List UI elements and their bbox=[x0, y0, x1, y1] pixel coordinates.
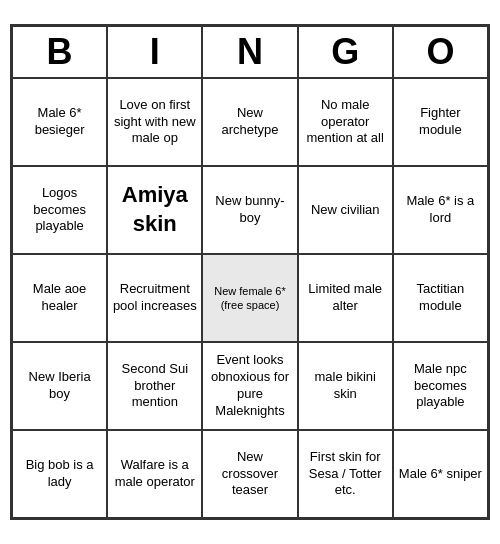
bingo-cell-17: Event looks obnoxious for pure Maleknigh… bbox=[202, 342, 297, 430]
bingo-header: BINGO bbox=[12, 26, 488, 78]
bingo-cell-7: New bunny-boy bbox=[202, 166, 297, 254]
bingo-cell-12: New female 6* (free space) bbox=[202, 254, 297, 342]
bingo-cell-1: Love on first sight with new male op bbox=[107, 78, 202, 166]
bingo-cell-9: Male 6* is a lord bbox=[393, 166, 488, 254]
bingo-cell-14: Tactitian module bbox=[393, 254, 488, 342]
bingo-cell-20: Big bob is a lady bbox=[12, 430, 107, 518]
header-letter-i: I bbox=[107, 26, 202, 78]
header-letter-o: O bbox=[393, 26, 488, 78]
bingo-cell-19: Male npc becomes playable bbox=[393, 342, 488, 430]
bingo-grid: Male 6* besiegerLove on first sight with… bbox=[12, 78, 488, 518]
bingo-cell-5: Logos becomes playable bbox=[12, 166, 107, 254]
bingo-cell-2: New archetype bbox=[202, 78, 297, 166]
bingo-cell-23: First skin for Sesa / Totter etc. bbox=[298, 430, 393, 518]
bingo-cell-15: New Iberia boy bbox=[12, 342, 107, 430]
bingo-cell-10: Male aoe healer bbox=[12, 254, 107, 342]
bingo-cell-4: Fighter module bbox=[393, 78, 488, 166]
bingo-cell-21: Walfare is a male operator bbox=[107, 430, 202, 518]
header-letter-g: G bbox=[298, 26, 393, 78]
header-letter-b: B bbox=[12, 26, 107, 78]
bingo-cell-3: No male operator mention at all bbox=[298, 78, 393, 166]
header-letter-n: N bbox=[202, 26, 297, 78]
bingo-cell-0: Male 6* besieger bbox=[12, 78, 107, 166]
bingo-cell-18: male bikini skin bbox=[298, 342, 393, 430]
bingo-cell-8: New civilian bbox=[298, 166, 393, 254]
bingo-cell-16: Second Sui brother mention bbox=[107, 342, 202, 430]
bingo-cell-11: Recruitment pool increases bbox=[107, 254, 202, 342]
bingo-cell-22: New crossover teaser bbox=[202, 430, 297, 518]
bingo-cell-6: Amiya skin bbox=[107, 166, 202, 254]
bingo-cell-24: Male 6* sniper bbox=[393, 430, 488, 518]
bingo-card: BINGO Male 6* besiegerLove on first sigh… bbox=[10, 24, 490, 520]
bingo-cell-13: Limited male alter bbox=[298, 254, 393, 342]
